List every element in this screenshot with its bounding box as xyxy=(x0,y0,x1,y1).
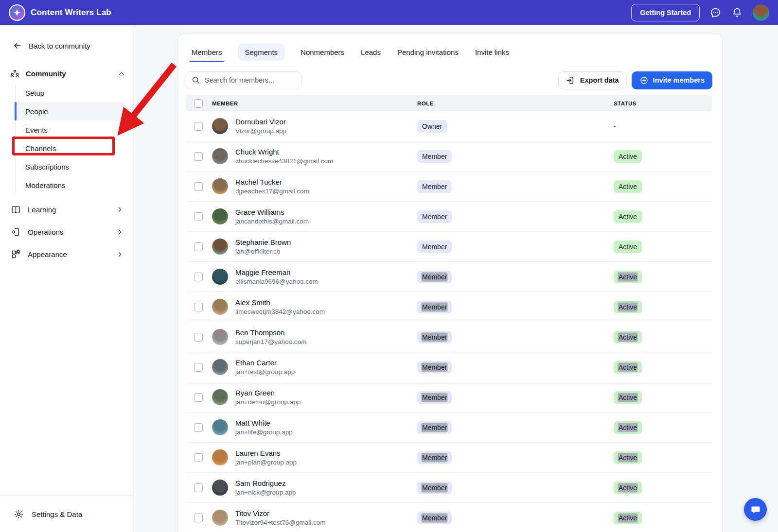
select-all-checkbox[interactable] xyxy=(194,99,203,108)
member-avatar xyxy=(212,178,228,194)
role-badge: Member xyxy=(417,391,452,404)
status-badge: Active xyxy=(614,301,642,313)
table-header-row: MEMBER ROLE STATUS xyxy=(186,95,712,111)
table-row[interactable]: Matt White jan+life@group.app Member Act… xyxy=(186,412,712,443)
topbar-actions: Getting Started xyxy=(631,4,769,21)
tab-invite-links[interactable]: Invite links xyxy=(474,44,510,61)
member-avatar xyxy=(212,299,228,315)
role-badge: Member xyxy=(417,481,452,494)
member-avatar xyxy=(212,239,228,255)
table-row[interactable]: Sam Rodriguez jan+nick@group.app Member … xyxy=(186,473,712,503)
tab-leads[interactable]: Leads xyxy=(360,44,382,61)
member-email: chuckiechesse43821@gmail.com xyxy=(235,157,333,165)
table-row[interactable]: Dornubari Vizor Vizor@group.app Owner - xyxy=(186,111,712,141)
role-badge: Member xyxy=(417,361,452,374)
row-checkbox[interactable] xyxy=(194,303,203,311)
member-name: Lauren Evans xyxy=(235,449,297,457)
sidebar-item-moderations[interactable]: Moderations xyxy=(0,176,135,194)
sidebar-item-operations[interactable]: Operations xyxy=(0,221,135,243)
top-bar: Content Writers Lab Getting Started xyxy=(0,0,778,25)
row-checkbox[interactable] xyxy=(194,333,203,342)
member-email: jancandothis@gmail.com xyxy=(235,218,309,225)
back-to-community-link[interactable]: Back to community xyxy=(0,25,135,51)
row-checkbox[interactable] xyxy=(194,152,203,161)
row-checkbox[interactable] xyxy=(194,122,203,131)
sidebar-group-community[interactable]: Community xyxy=(10,69,126,79)
table-row[interactable]: Ben Thompson superjan17@yahoo.com Member… xyxy=(186,322,712,352)
row-checkbox[interactable] xyxy=(194,273,203,281)
sidebar-item-learning[interactable]: Learning xyxy=(0,198,135,221)
tab-pending-invitations[interactable]: Pending invitations xyxy=(396,44,460,61)
member-email: jan+demo@group.app xyxy=(235,398,301,406)
sidebar-item-people[interactable]: People xyxy=(15,102,125,120)
table-row[interactable]: Ryan Green jan+demo@group.app Member Act… xyxy=(186,382,712,412)
members-table: MEMBER ROLE STATUS Dornubari Vizor Vizor… xyxy=(186,95,712,532)
member-name: Titov Vizor xyxy=(235,509,325,517)
role-badge: Member xyxy=(417,271,452,283)
row-checkbox[interactable] xyxy=(194,393,203,402)
row-checkbox[interactable] xyxy=(194,212,203,221)
getting-started-button[interactable]: Getting Started xyxy=(631,4,700,21)
table-row[interactable]: Rachel Tucker djpeaches17@gmail.com Memb… xyxy=(186,172,712,202)
row-checkbox[interactable] xyxy=(194,242,203,251)
role-badge: Owner xyxy=(417,120,447,133)
sidebar-item-events[interactable]: Events xyxy=(0,120,135,139)
row-checkbox[interactable] xyxy=(194,514,203,522)
status-badge: Active xyxy=(614,391,642,404)
notifications-bell-icon[interactable] xyxy=(731,7,743,18)
member-avatar xyxy=(212,359,228,375)
app-window: Content Writers Lab Getting Started xyxy=(0,0,778,532)
member-name: Ethan Carter xyxy=(235,359,295,367)
app-logo-sparkle-icon xyxy=(9,4,25,21)
invite-members-button[interactable]: Invite members xyxy=(632,71,712,89)
member-name: Ryan Green xyxy=(235,389,301,397)
role-badge: Member xyxy=(417,421,452,434)
member-email: jan@offkilter.co xyxy=(235,248,291,255)
chat-widget-button[interactable] xyxy=(744,498,767,521)
row-checkbox[interactable] xyxy=(194,453,203,462)
sidebar-item-appearance[interactable]: Appearance xyxy=(0,243,135,265)
member-name: Dornubari Vizor xyxy=(235,118,286,126)
table-row[interactable]: Titov Vizor Titovizor94+test76@gmail.com… xyxy=(186,503,712,532)
tab-nonmembers[interactable]: Nonmembers xyxy=(300,44,345,61)
document-gear-icon xyxy=(11,227,21,237)
role-badge: Member xyxy=(417,210,452,223)
members-card: Members Segments Nonmembers Leads Pendin… xyxy=(177,34,722,532)
sidebar-item-subscriptions[interactable]: Subscriptions xyxy=(0,157,135,176)
book-icon xyxy=(11,205,21,215)
chat-messages-icon[interactable] xyxy=(709,7,722,19)
member-avatar xyxy=(212,118,228,134)
row-checkbox[interactable] xyxy=(194,483,203,492)
member-name: Chuck Wright xyxy=(235,148,333,156)
member-email: jan+life@group.app xyxy=(235,429,293,436)
sidebar-item-setup[interactable]: Setup xyxy=(0,84,135,102)
table-row[interactable]: Alex Smith limesweetjm3842@yahoo.com Mem… xyxy=(186,292,712,322)
row-checkbox[interactable] xyxy=(194,182,203,191)
member-email: jan+nick@group.app xyxy=(235,489,296,496)
row-checkbox[interactable] xyxy=(194,363,203,372)
settings-and-data-link[interactable]: Settings & Data xyxy=(0,496,135,532)
sidebar-item-channels[interactable]: Channels xyxy=(0,139,135,157)
row-checkbox[interactable] xyxy=(194,423,203,432)
search-wrap xyxy=(186,71,301,89)
export-data-button[interactable]: Export data xyxy=(558,71,627,89)
table-row[interactable]: Chuck Wright chuckiechesse43821@gmail.co… xyxy=(186,141,712,172)
user-avatar[interactable] xyxy=(753,4,769,21)
table-row[interactable]: Stephanie Brown jan@offkilter.co Member … xyxy=(186,232,712,262)
chevron-right-icon xyxy=(116,228,124,236)
tab-segments[interactable]: Segments xyxy=(238,44,285,61)
table-row[interactable]: Maggie Freeman ellismania9696@yahoo.com … xyxy=(186,262,712,292)
member-avatar xyxy=(212,480,228,496)
toolbar: Export data Invite members xyxy=(186,71,712,89)
layout-blocks-icon xyxy=(11,249,21,259)
member-email: limesweetjm3842@yahoo.com xyxy=(235,308,325,315)
community-subnav: Setup People Events Channels Subscriptio… xyxy=(0,84,135,194)
tab-members[interactable]: Members xyxy=(191,44,223,61)
table-row[interactable]: Ethan Carter jan+test@group.app Member A… xyxy=(186,352,712,382)
table-row[interactable]: Grace Williams jancandothis@gmail.com Me… xyxy=(186,202,712,232)
sidebar: Back to community Community Setup People… xyxy=(0,25,135,532)
search-input[interactable] xyxy=(186,71,301,89)
table-row[interactable]: Lauren Evans jan+plan@group.app Member A… xyxy=(186,443,712,473)
member-rows: Dornubari Vizor Vizor@group.app Owner - … xyxy=(186,111,712,532)
chevron-right-icon xyxy=(116,206,124,214)
